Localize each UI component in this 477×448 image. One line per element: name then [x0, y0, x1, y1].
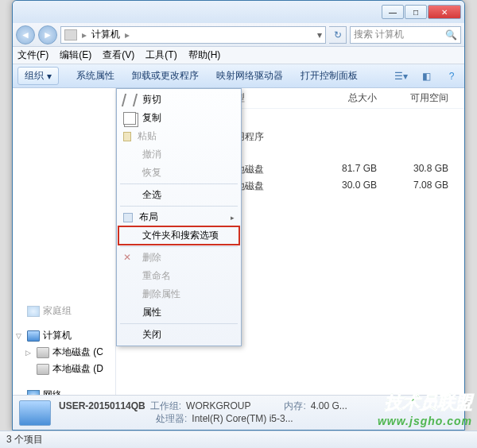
details-properties: USER-20150114QB 工作组: WORKGROUP 内存: 4.00 …: [59, 400, 347, 425]
close-button[interactable]: ✕: [428, 5, 461, 19]
twisty-icon[interactable]: ▽: [16, 332, 24, 340]
uninstall-programs-button[interactable]: 卸载或更改程序: [132, 69, 199, 83]
column-total[interactable]: 总大小: [321, 91, 393, 105]
menu-item-rename: 重命名: [118, 267, 239, 285]
twisty-icon[interactable]: ▷: [25, 349, 33, 357]
view-mode-button[interactable]: ☰▾: [393, 68, 409, 84]
search-input[interactable]: 搜索 计算机 🔍: [350, 26, 461, 44]
search-icon: 🔍: [445, 29, 457, 41]
layout-icon: [123, 213, 133, 222]
preview-pane-button[interactable]: ◧: [418, 68, 434, 84]
maximize-button[interactable]: □: [405, 5, 427, 19]
chevron-down-icon: ▾: [47, 71, 52, 82]
menu-file[interactable]: 文件(F): [17, 48, 48, 62]
help-button[interactable]: ?: [444, 68, 460, 84]
computer-icon: [64, 29, 77, 41]
navigation-pane[interactable]: 家庭组 ▽ 计算机 ▷ 本地磁盘 (C 本地磁盘 (D: [13, 88, 116, 395]
menu-item-redo: 恢复: [118, 164, 239, 182]
system-properties-button[interactable]: 系统属性: [76, 69, 114, 83]
chevron-right-icon[interactable]: ▸: [125, 29, 130, 41]
menu-edit[interactable]: 编辑(E): [60, 48, 91, 62]
delete-icon: ✕: [123, 252, 136, 265]
menu-item-select-all[interactable]: 全选: [118, 186, 239, 204]
titlebar[interactable]: — □ ✕: [13, 1, 464, 23]
network-icon: [27, 390, 40, 396]
explorer-window: — □ ✕ ◄ ► ▸ 计算机 ▸ ▾ ↻ 搜索 计算机 🔍 文件(F) 编辑(…: [12, 0, 465, 431]
separator: [120, 323, 238, 324]
sidebar-item-drive-d[interactable]: 本地磁盘 (D: [13, 361, 115, 377]
item-count: 3 个项目: [6, 433, 43, 446]
back-button[interactable]: ◄: [16, 25, 35, 44]
drive-icon: [37, 347, 49, 358]
chevron-right-icon: ▸: [231, 214, 235, 222]
menu-item-close[interactable]: 关闭: [118, 326, 239, 344]
command-bar: 组织 ▾ 系统属性 卸载或更改程序 映射网络驱动器 打开控制面板 ☰▾ ◧ ?: [13, 64, 464, 88]
chevron-right-icon: ▸: [82, 29, 87, 41]
window-buttons: — □ ✕: [382, 5, 461, 19]
separator: [120, 206, 238, 207]
details-pane: USER-20150114QB 工作组: WORKGROUP 内存: 4.00 …: [13, 395, 464, 430]
organize-menu: 剪切 复制 粘贴 撤消 恢复 全选 布局▸ 文件夹和搜索选项 ✕删除 重命名 删…: [116, 88, 242, 346]
refresh-button[interactable]: ↻: [329, 26, 347, 44]
content-area: 家庭组 ▽ 计算机 ▷ 本地磁盘 (C 本地磁盘 (D: [13, 88, 464, 395]
sidebar-item-homegroup[interactable]: 家庭组: [13, 303, 115, 319]
open-control-panel-button[interactable]: 打开控制面板: [301, 69, 358, 83]
navigation-bar: ◄ ► ▸ 计算机 ▸ ▾ ↻ 搜索 计算机 🔍: [13, 23, 464, 47]
sidebar-item-network[interactable]: 网络: [13, 387, 115, 395]
breadcrumb-root[interactable]: 计算机: [91, 28, 120, 41]
drive-icon: [37, 364, 49, 375]
separator: [120, 183, 238, 184]
menu-item-paste: 粘贴: [118, 127, 239, 145]
copy-icon: [123, 112, 136, 125]
column-free[interactable]: 可用空间: [393, 91, 448, 105]
sidebar-item-drive-c[interactable]: ▷ 本地磁盘 (C: [13, 344, 115, 361]
file-list[interactable]: 类型 总大小 可用空间 置 (1) exe 应用程序 盘 (D:) 本地磁盘 8…: [116, 88, 464, 395]
address-bar[interactable]: ▸ 计算机 ▸ ▾: [60, 26, 326, 44]
menu-item-properties[interactable]: 属性: [118, 303, 239, 322]
cut-icon: [122, 94, 138, 106]
menu-tools[interactable]: 工具(T): [145, 48, 176, 62]
homegroup-icon: [27, 306, 40, 317]
menu-item-undo: 撤消: [118, 145, 239, 164]
organize-button[interactable]: 组织 ▾: [17, 67, 59, 85]
computer-name: USER-20150114QB: [59, 400, 145, 413]
menu-item-delete: ✕删除: [118, 249, 239, 267]
minimize-button[interactable]: —: [382, 5, 404, 19]
menu-item-remove-properties: 删除属性: [118, 285, 239, 303]
status-bar: 3 个项目: [0, 431, 477, 448]
menu-bar: 文件(F) 编辑(E) 查看(V) 工具(T) 帮助(H): [13, 47, 464, 64]
chevron-down-icon: ▾: [403, 71, 408, 82]
computer-icon: [27, 330, 40, 342]
menu-item-cut[interactable]: 剪切: [118, 91, 239, 109]
pane-icon: ◧: [422, 71, 431, 82]
map-network-drive-button[interactable]: 映射网络驱动器: [216, 69, 283, 83]
search-placeholder: 搜索 计算机: [354, 28, 404, 41]
menu-item-layout[interactable]: 布局▸: [118, 208, 239, 226]
address-dropdown[interactable]: ▾: [317, 29, 322, 41]
menu-view[interactable]: 查看(V): [103, 48, 134, 62]
menu-help[interactable]: 帮助(H): [188, 48, 221, 62]
sidebar-item-computer[interactable]: ▽ 计算机: [13, 327, 115, 344]
separator: [120, 246, 238, 247]
paste-icon: [123, 132, 131, 141]
computer-thumbnail-icon: [19, 400, 51, 426]
menu-item-folder-options[interactable]: 文件夹和搜索选项: [118, 226, 239, 245]
forward-button[interactable]: ►: [38, 25, 57, 44]
view-icon: ☰: [394, 71, 403, 82]
menu-item-copy[interactable]: 复制: [118, 109, 239, 127]
